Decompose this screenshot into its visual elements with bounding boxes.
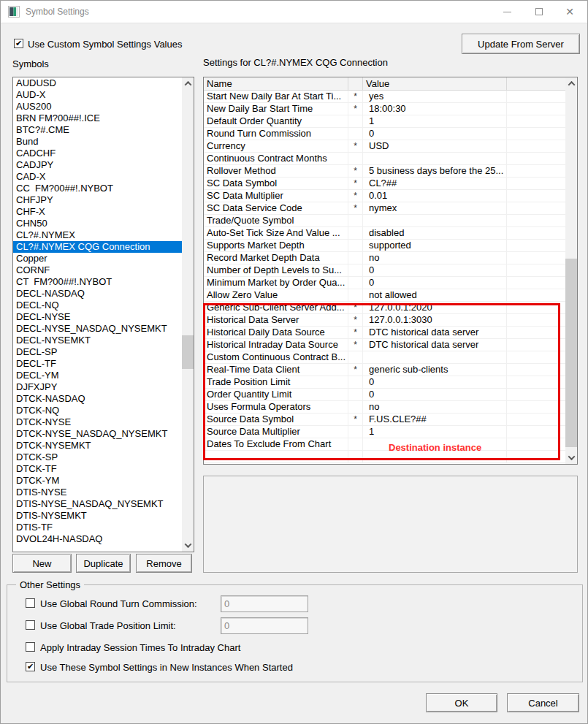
other-settings-input[interactable]: 0 [221,617,308,634]
symbols-list[interactable]: AUDUSDAUD-XAUS200BRN FM?00##!.ICEBTC?#.C… [12,77,194,552]
close-button[interactable]: ✕ [554,1,586,23]
list-item[interactable]: BRN FM?00##!.ICE [13,113,182,124]
table-row[interactable]: Source Data Multiplier1 [204,426,566,438]
table-row[interactable]: Source Data Symbol*F.US.CLE?## [204,414,566,426]
column-header-value[interactable]: Value [363,77,507,90]
table-row[interactable]: Auto-Set Tick Size And Value ...disabled [204,227,566,240]
list-item[interactable]: DVOL24H-NASDAQ [13,533,182,545]
list-item[interactable]: DECL-NYSEMKT [13,335,182,346]
ok-button[interactable]: OK [426,693,497,712]
settings-scrollbar[interactable] [565,77,577,464]
use-custom-settings-checkbox[interactable]: ✔ [14,39,23,48]
list-item[interactable]: CORNF [13,264,182,276]
list-item[interactable]: DTIS-NYSE [13,487,182,498]
update-from-server-button[interactable]: Update From Server [462,34,580,54]
list-item[interactable]: DTCK-YM [13,475,182,487]
column-header-extra[interactable] [507,77,566,90]
new-button[interactable]: New [12,554,72,573]
scroll-up-icon[interactable] [565,77,577,90]
table-row[interactable]: SC Data Multiplier*0.01 [204,190,566,202]
list-item[interactable]: CL?#.NYMEX [13,229,182,241]
table-row[interactable]: Rollover Method*5 business days before t… [204,165,566,178]
list-item[interactable]: DTIS-TF [13,522,182,533]
list-item[interactable]: CHN50 [13,218,182,229]
table-row[interactable]: New Daily Bar Start Time*18:00:30 [204,103,566,115]
list-item[interactable]: AUDUSD [13,77,182,89]
table-row[interactable]: Supports Market Depthsupported [204,240,566,252]
table-row[interactable]: Uses Formula Operatorsno [204,401,566,414]
list-item[interactable]: CT FM?00##!.NYBOT [13,276,182,288]
list-item[interactable]: DECL-YM [13,370,182,381]
list-item[interactable]: DTCK-NQ [13,405,182,416]
list-item[interactable]: DECL-SP [13,346,182,358]
table-row[interactable]: Generic Sub-Client Server Add...*127.0.0… [204,302,566,314]
table-row[interactable]: Historical Data Server*127.0.0.1:3030 [204,314,566,327]
symbols-scrollbar-thumb[interactable] [182,335,194,369]
list-item[interactable]: DTIS-NYSEMKT [13,510,182,522]
list-item[interactable]: CHFJPY [13,194,182,206]
table-row[interactable]: Start New Daily Bar At Start Ti...*yes [204,91,566,103]
table-row[interactable] [204,451,566,463]
list-item[interactable]: DJFXJPY [13,381,182,393]
list-item[interactable]: DECL-NYSE [13,311,182,323]
table-row[interactable]: Historical Intraday Data Source*DTC hist… [204,339,566,351]
list-item[interactable]: DECL-NASDAQ [13,288,182,300]
settings-scrollbar-thumb[interactable] [565,259,577,447]
duplicate-button[interactable]: Duplicate [76,554,131,573]
list-item[interactable]: DECL-TF [13,358,182,370]
list-item[interactable]: DTCK-NYSE [13,416,182,428]
table-row[interactable]: Continuous Contract Months [204,153,566,165]
table-row[interactable]: SC Data Service Code*nymex [204,202,566,215]
table-row[interactable]: Real-Time Data Client*generic sub-client… [204,364,566,376]
table-row[interactable]: Record Market Depth Datano [204,252,566,264]
list-item[interactable]: AUD-X [13,89,182,101]
list-item[interactable]: DTCK-NASDAQ [13,393,182,405]
table-row[interactable]: SC Data Symbol*CL?## [204,178,566,190]
other-settings-checkbox[interactable] [26,620,35,630]
table-row[interactable]: Dates To Exclude From Chart [204,438,566,451]
list-item[interactable]: DTCK-NYSEMKT [13,440,182,451]
list-item[interactable]: BTC?#.CME [13,124,182,136]
table-row[interactable]: Currency*USD [204,140,566,153]
list-item[interactable]: CHF-X [13,206,182,218]
settings-table-header[interactable]: Name Value [204,77,566,91]
column-header-name[interactable]: Name [204,77,348,90]
table-row[interactable]: Minimum Market by Order Qua...0 [204,277,566,289]
table-row[interactable]: Historical Daily Data Source*DTC histori… [204,327,566,339]
list-item[interactable]: CADCHF [13,148,182,159]
other-settings-checkbox[interactable] [26,642,35,652]
scroll-up-icon[interactable] [182,77,194,90]
maximize-button[interactable] [523,1,555,23]
list-item[interactable]: DTCK-TF [13,463,182,475]
list-item[interactable]: CADJPY [13,159,182,171]
table-row[interactable]: Order Quantity Limit0 [204,389,566,401]
list-item[interactable]: AUS200 [13,101,182,113]
cancel-button[interactable]: Cancel [507,693,579,712]
settings-table[interactable]: Name Value Start New Daily Bar At Start … [203,77,578,465]
column-header-flag[interactable] [348,77,363,90]
list-item[interactable]: Copper [13,253,182,264]
other-settings-checkbox[interactable]: ✔ [26,662,35,671]
scroll-down-icon[interactable] [565,451,577,464]
symbols-scrollbar[interactable] [182,77,194,552]
table-row[interactable]: Default Order Quantity1 [204,115,566,128]
table-row[interactable]: Trade/Quote Symbol [204,215,566,227]
list-item[interactable]: DTCK-NYSE_NASDAQ_NYSEMKT [13,428,182,440]
scroll-down-icon[interactable] [182,539,194,552]
other-settings-input[interactable]: 0 [221,595,308,612]
remove-button[interactable]: Remove [136,554,192,573]
list-item-selected[interactable]: CL?#.NYMEX CQG Connection [13,241,182,253]
list-item[interactable]: DTIS-NYSE_NASDAQ_NYSEMKT [13,498,182,510]
list-item[interactable]: CAD-X [13,171,182,183]
table-row[interactable]: Trade Position Limit0 [204,376,566,389]
list-item[interactable]: DECL-NQ [13,300,182,311]
list-item[interactable]: CC FM?00##!.NYBOT [13,183,182,194]
list-item[interactable]: DECL-NYSE_NASDAQ_NYSEMKT [13,323,182,335]
list-item[interactable]: Bund [13,136,182,148]
other-settings-checkbox[interactable] [26,598,35,608]
table-row[interactable]: Number of Depth Levels to Su...0 [204,264,566,277]
list-item[interactable]: DTCK-SP [13,451,182,463]
table-row[interactable]: Round Turn Commission0 [204,128,566,140]
table-row[interactable]: Custom Continuous Contract B... [204,351,566,364]
table-row[interactable]: Allow Zero Valuenot allowed [204,289,566,302]
